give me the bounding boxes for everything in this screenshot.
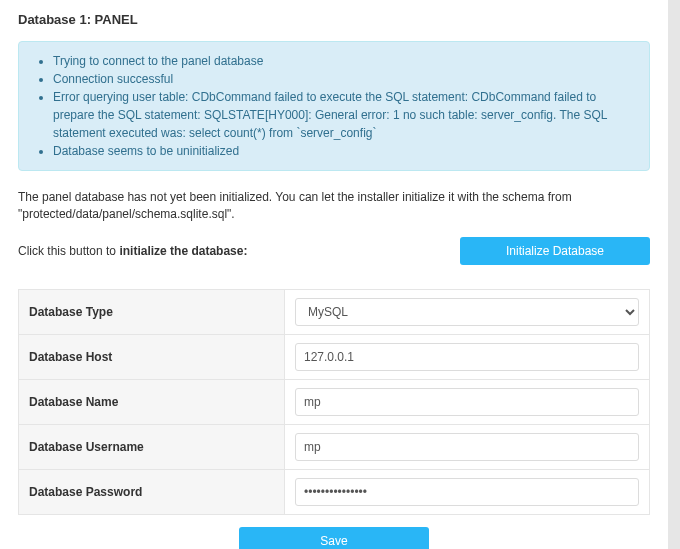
table-row: Database Name — [19, 379, 650, 424]
init-bold: initialize the database: — [119, 244, 247, 258]
database-host-label: Database Host — [19, 334, 285, 379]
init-row: Click this button to initialize the data… — [18, 237, 650, 265]
init-prefix: Click this button to — [18, 244, 119, 258]
database-name-input[interactable] — [295, 388, 639, 416]
table-row: Database Password — [19, 469, 650, 514]
status-item: Trying to connect to the panel database — [53, 52, 637, 70]
database-name-label: Database Name — [19, 379, 285, 424]
database-host-input[interactable] — [295, 343, 639, 371]
page-title: Database 1: PANEL — [18, 0, 650, 27]
database-form: Database Type MySQL Database Host Databa… — [18, 289, 650, 515]
database-password-label: Database Password — [19, 469, 285, 514]
database-type-label: Database Type — [19, 289, 285, 334]
database-type-select[interactable]: MySQL — [295, 298, 639, 326]
status-alert: Trying to connect to the panel database … — [18, 41, 650, 171]
table-row: Database Type MySQL — [19, 289, 650, 334]
save-button[interactable]: Save — [239, 527, 429, 549]
status-item: Error querying user table: CDbCommand fa… — [53, 88, 637, 142]
database-password-input[interactable] — [295, 478, 639, 506]
database-username-label: Database Username — [19, 424, 285, 469]
init-message: The panel database has not yet been init… — [18, 189, 650, 223]
initialize-database-button[interactable]: Initialize Database — [460, 237, 650, 265]
table-row: Database Host — [19, 334, 650, 379]
table-row: Database Username — [19, 424, 650, 469]
database-username-input[interactable] — [295, 433, 639, 461]
status-item: Connection successful — [53, 70, 637, 88]
status-list: Trying to connect to the panel database … — [31, 52, 637, 160]
init-text: Click this button to initialize the data… — [18, 244, 247, 258]
status-item: Database seems to be uninitialized — [53, 142, 637, 160]
